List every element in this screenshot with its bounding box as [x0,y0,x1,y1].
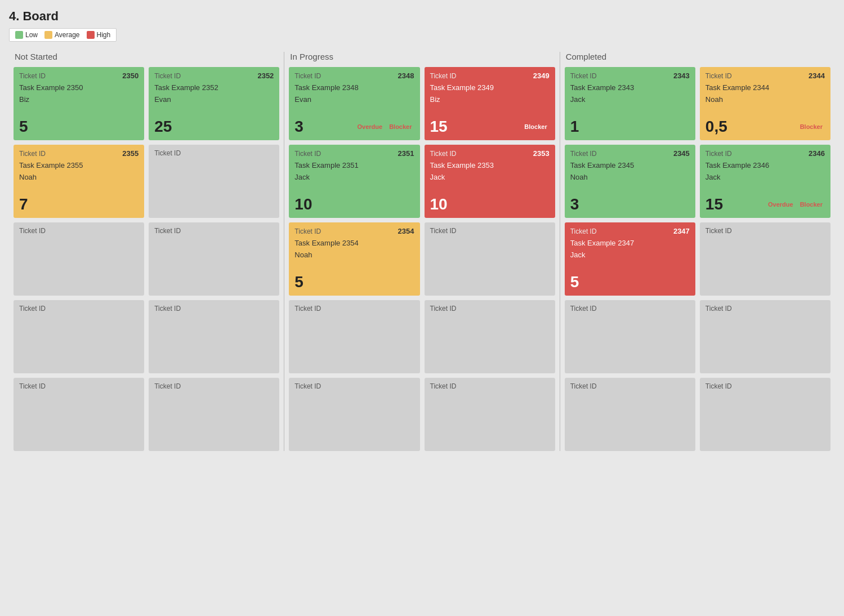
ticket-card[interactable]: Ticket ID [700,378,830,451]
ticket-card[interactable]: Ticket ID [149,300,279,373]
ticket-assignee: Jack [430,173,550,181]
ticket-card[interactable]: Ticket ID [14,300,144,373]
ticket-id-value: 2352 [257,72,274,80]
ticket-card[interactable]: Ticket ID2344Task Example 2344Noah0,5Blo… [700,67,830,140]
ticket-id-label: Ticket ID [294,72,321,80]
ticket-title: Task Example 2345 [570,161,690,169]
legend-item: Average [44,31,79,39]
ticket-card[interactable]: Ticket ID2347Task Example 2347Jack5 [565,222,695,296]
ticket-id-label: Ticket ID [430,72,457,80]
ticket-points: 15 [430,118,448,136]
ticket-title: Task Example 2348 [294,83,414,92]
ticket-assignee: Noah [294,251,414,259]
ticket-id-label: Ticket ID [154,382,181,390]
ticket-card[interactable]: Ticket ID [700,300,830,373]
column-title: Completed [565,52,830,61]
ticket-assignee: Noah [570,173,690,181]
ticket-card[interactable]: Ticket ID2346Task Example 2346Jack15Over… [700,145,830,218]
ticket-assignee: Jack [705,173,825,181]
ticket-points: 1 [570,118,579,136]
ticket-id-value: 2347 [673,227,690,235]
ticket-card[interactable]: Ticket ID [149,222,279,296]
ticket-assignee: Biz [430,95,550,104]
column-title: Not Started [14,52,279,61]
ticket-card[interactable]: Ticket ID2348Task Example 2348Evan3Overd… [289,67,419,140]
ticket-card[interactable]: Ticket ID [425,222,555,296]
ticket-points: 5 [19,118,28,136]
ticket-points: 5 [570,273,579,291]
ticket-id-label: Ticket ID [570,227,597,235]
ticket-id-value: 2353 [533,149,550,158]
ticket-id-label: Ticket ID [430,150,457,158]
ticket-card[interactable]: Ticket ID [425,378,555,451]
ticket-id-label: Ticket ID [430,382,457,390]
ticket-card[interactable]: Ticket ID2345Task Example 2345Noah3 [565,145,695,218]
ticket-id-value: 2343 [673,72,690,80]
column-title: In Progress [289,52,555,61]
ticket-card[interactable]: Ticket ID [14,222,144,296]
ticket-card[interactable]: Ticket ID [149,145,279,218]
ticket-points: 25 [154,118,172,136]
ticket-id-label: Ticket ID [705,150,732,158]
ticket-card[interactable]: Ticket ID2349Task Example 2349Biz15Block… [425,67,555,140]
ticket-id-label: Ticket ID [570,72,597,80]
board-column: CompletedTicket ID2343Task Example 2343J… [560,52,835,451]
ticket-card[interactable]: Ticket ID [700,222,830,296]
ticket-card[interactable]: Ticket ID2351Task Example 2351Jack10 [289,145,419,218]
legend-item: Low [15,31,38,39]
legend: LowAverageHigh [9,28,117,42]
ticket-card[interactable]: Ticket ID [289,300,419,373]
ticket-id-label: Ticket ID [294,150,321,158]
ticket-title: Task Example 2349 [430,83,550,92]
ticket-id-value: 2354 [398,227,414,235]
ticket-title: Task Example 2343 [570,83,690,92]
ticket-id-label: Ticket ID [19,227,46,235]
board: Not StartedTicket ID2350Task Example 235… [9,52,835,451]
ticket-id-label: Ticket ID [705,382,732,390]
ticket-id-value: 2344 [809,72,825,80]
ticket-assignee: Jack [570,95,690,104]
ticket-card[interactable]: Ticket ID2354Task Example 2354Noah5 [289,222,419,296]
ticket-card[interactable]: Ticket ID2343Task Example 2343Jack1 [565,67,695,140]
board-column: Not StartedTicket ID2350Task Example 235… [9,52,284,451]
ticket-card[interactable]: Ticket ID [149,378,279,451]
ticket-points: 15 [705,195,723,213]
ticket-assignee: Evan [154,95,274,104]
ticket-badge-blocker: Blocker [798,200,825,208]
ticket-points: 10 [430,195,448,213]
page-title: 4. Board [9,9,835,24]
ticket-id-label: Ticket ID [154,227,181,235]
ticket-assignee: Jack [294,173,414,181]
ticket-title: Task Example 2355 [19,161,139,169]
ticket-card[interactable]: Ticket ID2352Task Example 2352Evan25 [149,67,279,140]
ticket-id-label: Ticket ID [570,382,597,390]
ticket-badge-blocker: Blocker [387,123,414,131]
ticket-title: Task Example 2346 [705,161,825,169]
ticket-title: Task Example 2354 [294,239,414,247]
ticket-id-label: Ticket ID [19,72,46,80]
ticket-assignee: Jack [570,251,690,259]
legend-item: High [87,31,111,39]
ticket-id-value: 2351 [398,149,414,158]
ticket-id-value: 2345 [673,149,690,158]
ticket-card[interactable]: Ticket ID [425,300,555,373]
ticket-assignee: Biz [19,95,139,104]
ticket-points: 3 [570,195,579,213]
ticket-card[interactable]: Ticket ID2350Task Example 2350Biz5 [14,67,144,140]
ticket-id-label: Ticket ID [19,382,46,390]
ticket-id-label: Ticket ID [19,305,46,313]
ticket-id-value: 2350 [122,72,139,80]
ticket-card[interactable]: Ticket ID2353Task Example 2353Jack10 [425,145,555,218]
ticket-card[interactable]: Ticket ID [565,378,695,451]
ticket-card[interactable]: Ticket ID [565,300,695,373]
ticket-assignee: Evan [294,95,414,104]
ticket-points: 3 [294,118,303,136]
ticket-title: Task Example 2353 [430,161,550,169]
ticket-card[interactable]: Ticket ID2355Task Example 2355Noah7 [14,145,144,218]
ticket-points: 10 [294,195,312,213]
ticket-id-value: 2355 [122,149,139,158]
ticket-id-label: Ticket ID [294,227,321,235]
ticket-card[interactable]: Ticket ID [14,378,144,451]
ticket-title: Task Example 2350 [19,83,139,92]
ticket-card[interactable]: Ticket ID [289,378,419,451]
